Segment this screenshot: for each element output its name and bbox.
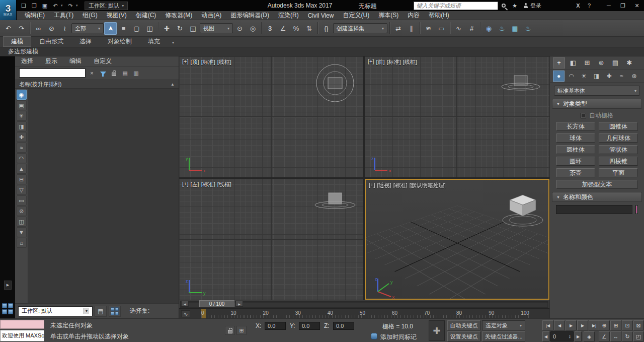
- selection-filter-dropdown[interactable]: 全部: [71, 23, 104, 33]
- ribbon-tab-modeling[interactable]: 建模: [3, 36, 31, 47]
- named-selection-sets-dropdown[interactable]: 创建选择集: [333, 23, 387, 33]
- torus-button[interactable]: 圆环: [556, 157, 595, 166]
- add-time-tag-button[interactable]: 添加时间标记: [380, 333, 417, 341]
- motion-tab-icon[interactable]: ⊚: [595, 57, 607, 69]
- percent-snap-icon[interactable]: %: [290, 22, 302, 35]
- absolute-offset-mode-icon[interactable]: ⊞: [236, 326, 247, 335]
- menu-graph-editors[interactable]: 图形编辑器(D): [226, 11, 274, 20]
- 3dsmax-logo[interactable]: 3 MAX: [0, 0, 17, 20]
- explorer-menu-edit[interactable]: 编辑: [63, 57, 88, 65]
- select-and-scale-icon[interactable]: ◱: [187, 22, 199, 35]
- zoom-extents-all-icon[interactable]: ⊠: [633, 320, 643, 330]
- maxscript-mini-listener-macro[interactable]: [0, 320, 44, 329]
- explorer-object-list[interactable]: [28, 89, 179, 303]
- display-geometry-icon[interactable]: ▣: [17, 100, 27, 110]
- display-shapes-icon[interactable]: ◠: [17, 153, 27, 163]
- rendered-frame-window-icon[interactable]: ▦: [509, 22, 521, 35]
- textplus-button[interactable]: 加强型文本: [556, 180, 638, 189]
- viewport-style-button[interactable]: [标准]: [201, 181, 215, 188]
- open-file-icon[interactable]: ❐: [29, 1, 39, 10]
- teapot-button[interactable]: 茶壶: [556, 168, 595, 177]
- selection-region-icon[interactable]: ▢: [130, 22, 143, 35]
- display-frozen-icon[interactable]: ▽: [17, 185, 27, 195]
- community-x-icon[interactable]: X: [573, 1, 584, 10]
- go-to-end-button[interactable]: ▶|: [589, 320, 600, 330]
- menu-modifiers[interactable]: 修改器(M): [160, 11, 197, 20]
- explorer-settings-icon[interactable]: ▥: [131, 69, 141, 78]
- geometry-type-dropdown[interactable]: 标准基本体: [554, 86, 640, 96]
- sign-in-button[interactable]: 登录: [520, 2, 544, 10]
- render-setup-icon[interactable]: ♨: [496, 22, 508, 35]
- cone-button[interactable]: 圆锥体: [599, 122, 638, 131]
- utilities-tab-icon[interactable]: ✱: [623, 57, 635, 69]
- x-coordinate-field[interactable]: 0.0: [265, 322, 286, 330]
- workspace-layers-icon[interactable]: ▤: [95, 306, 107, 317]
- menu-scripting[interactable]: 脚本(S): [374, 11, 403, 20]
- ribbon-panel-polygon-modeling[interactable]: 多边形建模: [4, 47, 42, 56]
- explorer-search-input[interactable]: [19, 69, 86, 78]
- window-crossing-icon[interactable]: ◫: [143, 22, 156, 35]
- viewport-shading-button[interactable]: [线框]: [217, 58, 231, 66]
- undo-flyout-caret[interactable]: ▾: [61, 4, 65, 8]
- material-editor-icon[interactable]: ◉: [482, 22, 495, 35]
- display-helpers-icon[interactable]: ✚: [17, 132, 27, 142]
- y-coordinate-field[interactable]: 0.0: [299, 322, 320, 330]
- viewport-shading-button[interactable]: [线框]: [403, 58, 417, 66]
- select-object-button[interactable]: ➤: [104, 22, 117, 35]
- display-hidden-icon[interactable]: ▭: [17, 195, 27, 206]
- viewport-layout-tabs-icon[interactable]: [1, 302, 14, 315]
- viewport-menu-button[interactable]: [+]: [182, 181, 189, 188]
- display-spacewarps-icon[interactable]: ≈: [17, 143, 27, 153]
- display-bones-icon[interactable]: ▲: [17, 164, 27, 174]
- plane-button[interactable]: 平面: [599, 168, 638, 177]
- selection-set-dropdown[interactable]: 选定对象: [482, 320, 525, 330]
- select-and-link-icon[interactable]: ∞: [32, 22, 45, 35]
- workspace-dropdown[interactable]: 工作区: 默认: [85, 2, 128, 10]
- zoom-extents-icon[interactable]: ⊡: [622, 320, 633, 330]
- maximize-viewport-toggle-icon[interactable]: ◰: [633, 331, 643, 341]
- display-tab-icon[interactable]: ▤: [609, 57, 621, 69]
- explorer-menu-customize[interactable]: 自定义: [88, 57, 118, 65]
- help-search-input[interactable]: [414, 2, 498, 10]
- spinner-snap-icon[interactable]: ⇅: [303, 22, 315, 35]
- viewport-view-button[interactable]: [顶]: [191, 58, 199, 66]
- reference-coordinate-dropdown[interactable]: 视图: [200, 23, 233, 33]
- set-keys-button[interactable]: ✚: [429, 320, 445, 341]
- menu-rendering[interactable]: 渲染(R): [274, 11, 303, 20]
- undo-icon[interactable]: ↶: [50, 1, 60, 10]
- helpers-category-icon[interactable]: ✚: [603, 71, 615, 82]
- previous-frame-button[interactable]: ◀: [554, 320, 565, 330]
- ribbon-tab-selection[interactable]: 选择: [71, 36, 100, 47]
- viewport-shading-button[interactable]: [默认明暗处理]: [410, 182, 446, 189]
- ribbon-tab-populate[interactable]: 填充: [140, 36, 168, 47]
- workspace-selector[interactable]: 工作区: 默认: [18, 306, 93, 316]
- menu-animation[interactable]: 动画(A): [197, 11, 226, 20]
- pin-explorer-icon[interactable]: ⌂: [17, 238, 27, 248]
- object-color-swatch[interactable]: [635, 205, 638, 214]
- curve-editor-icon[interactable]: ∿: [452, 22, 465, 35]
- menu-views[interactable]: 视图(V): [102, 11, 131, 20]
- track-bar[interactable]: ∿ 0 10 20 30 40 50 60 70 80 90 100: [179, 308, 549, 318]
- spacewarps-category-icon[interactable]: ≈: [616, 71, 627, 82]
- field-of-view-icon[interactable]: ∠: [599, 331, 610, 341]
- redo-flyout-caret[interactable]: ▾: [76, 4, 80, 8]
- zoom-icon[interactable]: ⊕: [599, 320, 610, 330]
- viewport-menu-button[interactable]: [+]: [369, 182, 375, 189]
- zoom-all-icon[interactable]: ⊞: [610, 320, 621, 330]
- ribbon-overflow-caret[interactable]: ▾: [168, 38, 178, 47]
- display-materials-icon[interactable]: ◫: [17, 217, 27, 227]
- lock-explorer-icon[interactable]: [109, 69, 119, 78]
- maximize-button[interactable]: ❐: [616, 1, 630, 11]
- previous-frame-button[interactable]: ◀: [181, 301, 189, 307]
- viewport-menu-button[interactable]: [+]: [368, 58, 374, 66]
- viewport-view-button[interactable]: [透视]: [377, 182, 391, 189]
- filter-selected-icon[interactable]: ▼: [17, 227, 27, 237]
- menu-content[interactable]: 内容: [403, 11, 424, 20]
- display-lights-icon[interactable]: ☀: [17, 111, 27, 121]
- shapes-category-icon[interactable]: ◠: [566, 71, 577, 82]
- explorer-list-header[interactable]: 名称(按升序排列) ▲: [15, 80, 179, 89]
- explorer-menu-display[interactable]: 显示: [39, 57, 63, 65]
- cameras-category-icon[interactable]: ◨: [591, 71, 602, 82]
- viewport-front[interactable]: [+] [前] [标准] [线框] z: [365, 56, 549, 177]
- redo-icon[interactable]: ↷: [15, 22, 28, 35]
